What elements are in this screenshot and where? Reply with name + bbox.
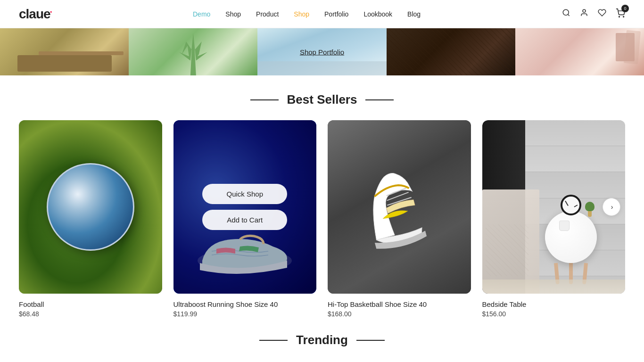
svg-marker-12 xyxy=(58,190,74,207)
best-sellers-heading: Best Sellers xyxy=(0,92,644,107)
add-to-cart-btn-ultraboost[interactable]: Add to Cart xyxy=(202,210,287,230)
site-header: claue• Demo Shop Product Shop Portfolio … xyxy=(0,0,644,28)
product-image-football: Quick Shop Add to Cart xyxy=(19,120,162,294)
svg-line-16 xyxy=(91,190,114,207)
carousel-next-arrow[interactable]: › xyxy=(603,198,620,216)
trending-line-left xyxy=(259,340,288,341)
search-icon[interactable] xyxy=(562,8,570,19)
cart-count-badge: 0 xyxy=(621,5,629,12)
product-name-football: Football xyxy=(19,300,162,308)
heading-line-left xyxy=(250,99,279,100)
svg-point-0 xyxy=(563,9,569,15)
quick-shop-btn-football[interactable]: Quick Shop xyxy=(48,184,133,204)
add-to-cart-btn-hi-top[interactable]: Add to Cart xyxy=(357,210,442,230)
trending-section: Trending xyxy=(0,333,644,347)
product-card-ultraboost: Quick Shop Add to Cart Ultraboost Runnin… xyxy=(173,120,317,318)
wishlist-icon[interactable] xyxy=(598,8,606,19)
trending-heading: Trending xyxy=(0,333,644,347)
header-icons: 0 xyxy=(562,8,625,20)
nav-item-blog[interactable]: Blog xyxy=(407,10,421,18)
svg-marker-8 xyxy=(107,190,126,207)
banner-strip: Shop Portfolio xyxy=(0,28,644,75)
svg-line-1 xyxy=(568,14,569,16)
product-card-football: Quick Shop Add to Cart Football $68.48 xyxy=(19,120,162,318)
account-icon[interactable] xyxy=(580,8,588,19)
heading-line-right xyxy=(365,99,394,100)
product-card-bedside: › Quick Shop Add to Cart Bedside Table $… xyxy=(482,120,626,318)
product-name-bedside: Bedside Table xyxy=(482,300,626,308)
product-image-ultraboost: Quick Shop Add to Cart xyxy=(173,120,317,294)
svg-point-6 xyxy=(48,165,133,249)
svg-line-15 xyxy=(114,190,124,207)
svg-point-4 xyxy=(623,16,624,17)
svg-marker-9 xyxy=(98,215,116,238)
svg-point-5 xyxy=(48,165,133,249)
quick-shop-btn-hi-top[interactable]: Quick Shop xyxy=(357,184,442,204)
chevron-right-icon: › xyxy=(611,203,613,211)
svg-marker-10 xyxy=(74,221,95,242)
product-price-football: $68.48 xyxy=(19,310,162,318)
trending-line-right xyxy=(356,340,385,341)
product-price-bedside: $156.00 xyxy=(482,310,626,318)
add-to-cart-btn-bedside[interactable]: Add to Cart xyxy=(511,210,596,230)
cart-icon[interactable]: 0 xyxy=(616,8,625,20)
add-to-cart-btn-football[interactable]: Add to Cart xyxy=(48,210,133,230)
svg-marker-7 xyxy=(81,169,100,190)
products-grid: Quick Shop Add to Cart Football $68.48 xyxy=(0,120,644,318)
product-price-hi-top: $168.00 xyxy=(328,310,471,318)
banner-item-5 xyxy=(515,28,644,75)
product-name-ultraboost: Ultraboost Running Shoe Size 40 xyxy=(173,300,317,308)
svg-point-3 xyxy=(619,16,620,17)
nav-item-product[interactable]: Product xyxy=(256,10,279,18)
nav-item-shop-sale[interactable]: Shop xyxy=(294,10,309,18)
trending-title: Trending xyxy=(296,333,348,347)
quick-shop-btn-ultraboost[interactable]: Quick Shop xyxy=(202,184,287,204)
best-sellers-title: Best Sellers xyxy=(287,92,357,107)
shop-portfolio-link[interactable]: Shop Portfolio xyxy=(300,48,344,56)
nav-item-lookbook[interactable]: Lookbook xyxy=(363,10,392,18)
logo[interactable]: claue• xyxy=(19,7,51,22)
svg-marker-13 xyxy=(91,183,114,207)
product-image-hi-top: Quick Shop Add to Cart xyxy=(328,120,471,294)
quick-shop-btn-bedside[interactable]: Quick Shop xyxy=(511,184,596,204)
banner-item-1 xyxy=(0,28,129,75)
product-price-ultraboost: $119.99 xyxy=(173,310,317,318)
product-overlay: Quick Shop Add to Cart xyxy=(173,120,317,294)
banner-item-4 xyxy=(387,28,515,75)
banner-item-2 xyxy=(129,28,257,75)
nav-item-portfolio[interactable]: Portfolio xyxy=(324,10,348,18)
svg-marker-11 xyxy=(58,209,74,226)
nav-item-demo[interactable]: Demo xyxy=(193,10,210,18)
product-image-bedside: › Quick Shop Add to Cart xyxy=(482,120,626,294)
svg-point-2 xyxy=(583,9,586,12)
product-card-hi-top: Quick Shop Add to Cart Hi-Top Basketball… xyxy=(328,120,471,318)
product-name-hi-top: Hi-Top Basketball Shoe Size 40 xyxy=(328,300,471,308)
main-nav: Demo Shop Product Shop Portfolio Lookboo… xyxy=(193,10,421,18)
nav-item-shop[interactable]: Shop xyxy=(225,10,241,18)
best-sellers-section: Best Sellers xyxy=(0,92,644,318)
